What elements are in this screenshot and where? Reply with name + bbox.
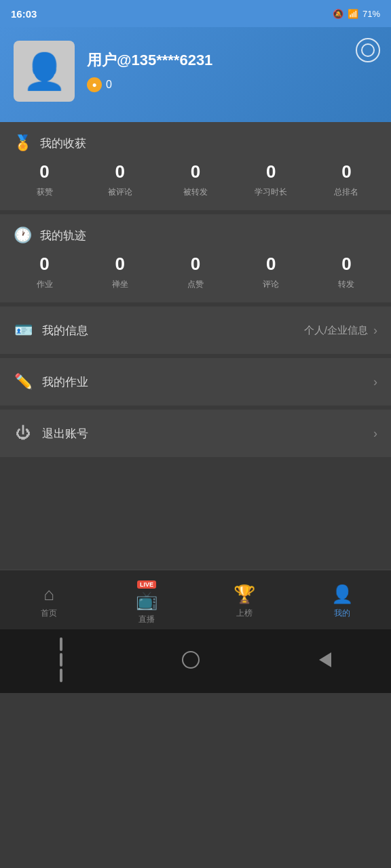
track-title: 我的轨迹 [40, 228, 86, 243]
profile-coins: ● 0 [87, 77, 377, 92]
home-button[interactable] [182, 651, 200, 669]
track-reposts-value: 0 [341, 254, 351, 275]
stat-reposts-value: 0 [191, 161, 200, 182]
track-stats-row: 0 作业 0 禅坐 0 点赞 0 评论 0 转发 [0, 254, 391, 302]
track-icon: 🕐 [14, 226, 32, 244]
stat-rank: 0 总排名 [309, 161, 384, 198]
back-button[interactable] [319, 652, 331, 667]
profile-header: 👤 用户@135****6231 ● 0 [0, 27, 391, 122]
track-comments-label: 评论 [263, 279, 279, 290]
stat-rank-label: 总排名 [334, 186, 358, 198]
my-homework-label: 我的作业 [42, 374, 88, 390]
rank-icon: 🏆 [234, 584, 255, 605]
stat-study-time-value: 0 [266, 161, 276, 182]
track-reposts: 0 转发 [309, 254, 384, 290]
my-homework-left: ✏️ 我的作业 [14, 373, 88, 391]
nav-live-icon-wrapper: LIVE 📺 [136, 577, 157, 611]
nav-rank-label: 上榜 [236, 608, 253, 619]
my-gains-header: 🏅 我的收获 [0, 122, 391, 161]
my-homework-card: ✏️ 我的作业 › [0, 358, 391, 410]
nav-mine-label: 我的 [334, 608, 350, 619]
system-nav-bar [0, 629, 391, 693]
recent-apps-button[interactable] [60, 637, 62, 682]
track-homework-value: 0 [39, 254, 49, 275]
gains-stats-row: 0 获赞 0 被评论 0 被转发 0 学习时长 0 总排名 [0, 161, 391, 210]
logout-card: ⏻ 退出账号 › [0, 410, 391, 461]
track-likes-label: 点赞 [187, 279, 204, 290]
bottom-nav: ⌂ 首页 LIVE 📺 直播 🏆 上榜 👤 我的 [0, 570, 391, 629]
track-reposts-label: 转发 [338, 279, 354, 290]
stat-comments: 0 被评论 [82, 161, 157, 198]
stat-likes-value: 0 [39, 161, 49, 182]
profile-info: 用户@135****6231 ● 0 [87, 50, 377, 92]
info-icon: 🪪 [14, 321, 33, 339]
track-likes: 0 点赞 [157, 254, 233, 290]
my-homework-right: › [373, 375, 377, 389]
nav-live[interactable]: LIVE 📺 直播 [98, 577, 196, 625]
stat-likes-label: 获赞 [37, 186, 53, 198]
stat-likes: 0 获赞 [7, 161, 82, 198]
my-track-header: 🕐 我的轨迹 [0, 214, 391, 254]
home-circle-icon [182, 651, 200, 669]
logout-label: 退出账号 [42, 426, 88, 441]
track-homework: 0 作业 [7, 254, 82, 290]
recent-apps-icon [60, 637, 62, 682]
stat-study-time-label: 学习时长 [255, 186, 287, 198]
info-chevron: › [373, 323, 377, 338]
my-track-section: 🕐 我的轨迹 0 作业 0 禅坐 0 点赞 0 评论 0 转发 [0, 214, 391, 307]
wifi-icon: 📶 [348, 9, 358, 19]
stat-comments-value: 0 [115, 161, 125, 182]
my-homework-item[interactable]: ✏️ 我的作业 › [0, 358, 391, 406]
nav-rank-icon-wrapper: 🏆 [234, 584, 255, 605]
logout-icon: ⏻ [14, 425, 33, 442]
track-homework-label: 作业 [37, 279, 53, 290]
my-info-subtitle: 个人/企业信息 [304, 324, 368, 337]
nav-home[interactable]: ⌂ 首页 [0, 584, 98, 619]
status-bar: 16:03 🔕 📶 71% [0, 0, 391, 27]
avatar[interactable]: 👤 [14, 41, 75, 102]
home-icon: ⌂ [43, 584, 54, 605]
stat-study-time: 0 学习时长 [234, 161, 309, 198]
logout-left: ⏻ 退出账号 [14, 425, 88, 442]
nav-rank[interactable]: 🏆 上榜 [196, 584, 293, 619]
track-meditation-label: 禅坐 [112, 279, 128, 290]
stat-reposts: 0 被转发 [157, 161, 233, 198]
avatar-icon: 👤 [22, 54, 67, 89]
live-badge: LIVE [137, 580, 156, 589]
logout-chevron: › [373, 427, 377, 441]
my-info-label: 我的信息 [42, 323, 88, 338]
status-icons: 🔕 📶 71% [333, 9, 380, 19]
empty-space [0, 461, 391, 570]
status-time: 16:03 [11, 8, 37, 20]
settings-button[interactable] [356, 38, 380, 62]
logout-right: › [373, 427, 377, 441]
nav-home-icon-wrapper: ⌂ [43, 584, 54, 605]
line1 [60, 637, 62, 651]
live-icon: 📺 [136, 590, 157, 611]
track-meditation-value: 0 [115, 254, 125, 275]
nav-mine[interactable]: 👤 我的 [293, 584, 391, 619]
track-comments-value: 0 [266, 254, 276, 275]
coin-icon: ● [87, 77, 102, 92]
battery-text: 71% [362, 9, 380, 19]
nav-home-label: 首页 [41, 608, 57, 619]
homework-chevron: › [373, 375, 377, 389]
stat-rank-value: 0 [341, 161, 351, 182]
gains-title: 我的收获 [40, 136, 86, 151]
my-gains-section: 🏅 我的收获 0 获赞 0 被评论 0 被转发 0 学习时长 0 总排名 [0, 122, 391, 214]
logout-item[interactable]: ⏻ 退出账号 › [0, 410, 391, 457]
back-arrow-icon [319, 652, 331, 667]
homework-icon: ✏️ [14, 373, 33, 391]
mute-icon: 🔕 [333, 9, 343, 19]
nav-mine-icon-wrapper: 👤 [331, 584, 353, 605]
profile-username: 用户@135****6231 [87, 50, 377, 71]
settings-circle [361, 43, 375, 57]
my-info-card: 🪪 我的信息 个人/企业信息 › [0, 307, 391, 358]
track-likes-value: 0 [191, 254, 200, 275]
mine-icon: 👤 [331, 584, 353, 605]
line3 [60, 669, 62, 682]
my-info-item[interactable]: 🪪 我的信息 个人/企业信息 › [0, 307, 391, 354]
stat-comments-label: 被评论 [108, 186, 132, 198]
my-info-left: 🪪 我的信息 [14, 321, 88, 339]
track-meditation: 0 禅坐 [82, 254, 157, 290]
